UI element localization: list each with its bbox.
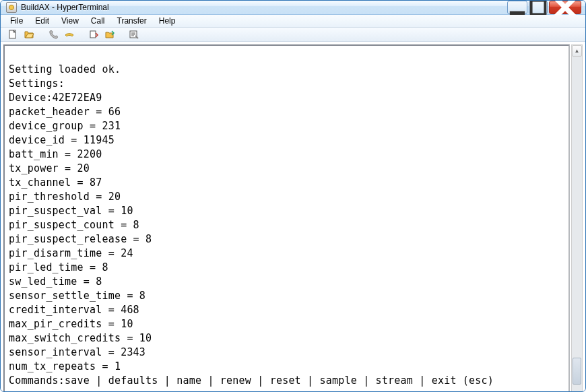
terminal-output[interactable]: Setting loaded ok. Settings: Device:42E7… xyxy=(9,48,564,392)
terminal-frame: Setting loaded ok. Settings: Device:42E7… xyxy=(3,44,570,392)
send-file-icon[interactable] xyxy=(87,28,100,41)
scroll-up-icon[interactable]: ▲ xyxy=(572,45,582,57)
app-icon xyxy=(6,2,17,13)
scroll-thumb[interactable] xyxy=(573,358,581,385)
window-title: BuildAX - HyperTerminal xyxy=(21,3,109,12)
menu-view[interactable]: View xyxy=(56,15,84,27)
receive-file-icon[interactable] xyxy=(103,28,117,41)
title-bar[interactable]: BuildAX - HyperTerminal xyxy=(1,1,585,15)
minimize-button[interactable] xyxy=(507,1,527,14)
maximize-button[interactable] xyxy=(529,1,548,14)
menu-bar: File Edit View Call Transfer Help xyxy=(1,15,585,28)
menu-edit[interactable]: Edit xyxy=(30,15,55,27)
phone-hang-icon[interactable] xyxy=(63,28,76,41)
open-file-icon[interactable] xyxy=(22,28,36,41)
scroll-track[interactable] xyxy=(572,57,582,391)
close-button[interactable] xyxy=(549,1,581,14)
toolbar xyxy=(1,28,585,42)
window-controls xyxy=(506,1,581,14)
menu-transfer[interactable]: Transfer xyxy=(112,15,152,27)
properties-icon[interactable] xyxy=(127,28,141,41)
phone-connect-icon[interactable] xyxy=(46,28,60,41)
svg-rect-1 xyxy=(531,1,546,15)
client-area: Setting loaded ok. Settings: Device:42E7… xyxy=(1,42,585,392)
menu-file[interactable]: File xyxy=(5,15,28,27)
new-file-icon[interactable] xyxy=(6,28,20,41)
svg-rect-3 xyxy=(90,31,96,38)
vertical-scrollbar[interactable]: ▲ ▼ xyxy=(571,44,583,392)
app-window: BuildAX - HyperTerminal File Edit View C… xyxy=(0,0,586,392)
menu-call[interactable]: Call xyxy=(86,15,110,27)
menu-help[interactable]: Help xyxy=(154,15,181,27)
